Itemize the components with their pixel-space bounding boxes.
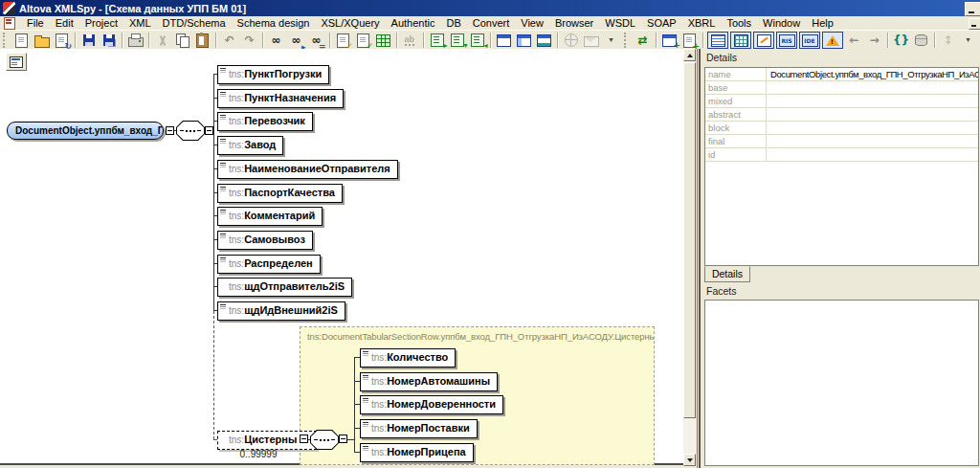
cut-button[interactable] bbox=[152, 32, 172, 49]
save-button[interactable] bbox=[78, 32, 99, 49]
details-field-value[interactable] bbox=[767, 135, 978, 147]
details-field-value[interactable] bbox=[767, 148, 978, 161]
forward-button[interactable]: → bbox=[864, 32, 884, 49]
details-field-value[interactable] bbox=[767, 122, 978, 134]
element-box[interactable]: tns:Завод bbox=[217, 136, 283, 155]
menu-item-soap[interactable]: SOAP bbox=[641, 16, 682, 30]
menu-item-edit[interactable]: Edit bbox=[50, 16, 79, 30]
namespace-button[interactable] bbox=[679, 32, 700, 49]
reload-button[interactable] bbox=[52, 32, 72, 49]
menu-item-schema-design[interactable]: Schema design bbox=[232, 16, 316, 30]
menu-item-view[interactable]: View bbox=[515, 16, 549, 30]
collapse-button[interactable] bbox=[166, 126, 174, 135]
menu-item-authentic[interactable]: Authentic bbox=[386, 16, 441, 30]
paste-button[interactable] bbox=[192, 32, 212, 49]
menu-item-browser[interactable]: Browser bbox=[549, 16, 599, 30]
menu-item-help[interactable]: Help bbox=[806, 16, 839, 30]
display-all-globals-button[interactable] bbox=[447, 32, 467, 49]
details-field-value[interactable]: DocumentObject.уппбм_вход_ГПН_ОтгрузкаНП… bbox=[767, 68, 978, 80]
element-box[interactable]: tns:ПаспортКачества bbox=[217, 184, 343, 203]
element-box[interactable]: tns:НомерПоставки bbox=[360, 419, 478, 438]
scripting-button[interactable]: {} bbox=[891, 32, 911, 49]
grid-view-button[interactable] bbox=[730, 32, 751, 49]
find-in-files-button[interactable]: ∞ bbox=[306, 32, 326, 49]
element-box[interactable]: tns:Количество bbox=[360, 348, 456, 368]
menu-item-xml[interactable]: XML bbox=[123, 16, 157, 30]
pretty-print-button[interactable]: ⇄ bbox=[633, 32, 653, 49]
element-box[interactable]: tns:Распределен bbox=[217, 255, 321, 274]
find-next-button[interactable]: ∞ bbox=[286, 32, 306, 49]
database-query-button[interactable] bbox=[911, 32, 931, 49]
spelling-button[interactable] bbox=[400, 32, 420, 49]
encoding-button[interactable] bbox=[659, 32, 679, 49]
output-window-button[interactable] bbox=[534, 32, 554, 49]
validation-warning-button[interactable] bbox=[822, 32, 843, 49]
validate-button[interactable] bbox=[353, 32, 373, 49]
send-by-mail-button[interactable] bbox=[581, 32, 601, 49]
collapse-button[interactable] bbox=[205, 126, 213, 135]
element-box[interactable]: tns:Самовывоз bbox=[217, 231, 313, 250]
element-box[interactable]: tns:Перевозчик bbox=[217, 112, 313, 131]
element-box[interactable]: tns:ПунктПогрузки bbox=[217, 65, 329, 84]
display-diagram-button[interactable] bbox=[467, 32, 487, 49]
menu-item-window[interactable]: Window bbox=[757, 16, 806, 30]
element-box[interactable]: tns:ПунктНазначения bbox=[217, 89, 344, 108]
menu-item-xbrl[interactable]: XBRL bbox=[682, 16, 722, 30]
info-window-button[interactable] bbox=[514, 32, 534, 49]
menu-item-wsdl[interactable]: WSDL bbox=[599, 16, 641, 30]
sequence-compositor[interactable] bbox=[176, 121, 205, 141]
element-box[interactable]: tns:НомерДоверенности bbox=[360, 395, 503, 414]
open-button[interactable] bbox=[32, 32, 52, 49]
undo-button[interactable]: ↶ bbox=[219, 32, 239, 49]
element-box[interactable]: tns:Комментарий bbox=[217, 207, 323, 226]
details-field-value[interactable] bbox=[767, 81, 978, 94]
menu-item-convert[interactable]: Convert bbox=[467, 16, 516, 30]
mdi-minimize-button[interactable] bbox=[969, 18, 980, 30]
open-url-button[interactable] bbox=[561, 32, 581, 49]
copy-button[interactable] bbox=[172, 32, 192, 49]
element-box[interactable]: tns:щдОтправитель2iS bbox=[217, 278, 352, 297]
sync-button[interactable]: ↕ bbox=[938, 32, 958, 49]
element-box[interactable]: tns:НомерАвтомашины bbox=[360, 372, 498, 391]
menu-item-file[interactable]: File bbox=[21, 16, 50, 30]
element-box[interactable]: tns:щдИдВнешний2iS bbox=[217, 301, 345, 321]
assign-dtd-schema-button[interactable] bbox=[373, 32, 393, 49]
collapse-button[interactable] bbox=[300, 435, 308, 443]
display-all-globals-button[interactable] bbox=[6, 53, 27, 71]
back-button[interactable]: ← bbox=[844, 32, 864, 49]
toolbar-options-button[interactable]: ▾ bbox=[601, 32, 621, 49]
schema-design-settings-button[interactable] bbox=[427, 32, 447, 49]
details-field-value[interactable] bbox=[767, 108, 978, 121]
root-element-box[interactable]: DocumentObject.уппбм_вход_Г... bbox=[7, 122, 164, 140]
menu-item-project[interactable]: Project bbox=[79, 16, 123, 30]
vertical-scrollbar[interactable] bbox=[683, 49, 696, 466]
menu-item-dtd-schema[interactable]: DTD/Schema bbox=[157, 16, 232, 30]
browser-view-button[interactable] bbox=[799, 32, 820, 49]
element-box[interactable]: tns:НаименованиеОтправителя bbox=[217, 160, 398, 179]
scrollbar-thumb[interactable] bbox=[683, 62, 696, 418]
element-box[interactable]: tns:НомерПрицепа bbox=[360, 443, 474, 462]
menu-item-tools[interactable]: Tools bbox=[721, 16, 757, 30]
menu-item-xsl-xquery[interactable]: XSL/XQuery bbox=[315, 16, 385, 30]
scroll-up-button[interactable] bbox=[683, 49, 696, 61]
authentic-view-button[interactable] bbox=[776, 32, 797, 49]
schema-view-button[interactable] bbox=[753, 32, 774, 49]
toolbar-options-2-button[interactable]: ▾ bbox=[958, 32, 978, 49]
project-window-button[interactable] bbox=[494, 32, 514, 49]
find-button[interactable]: ∞ bbox=[266, 32, 286, 49]
collapse-button[interactable] bbox=[339, 435, 347, 443]
redo-button[interactable]: ↷ bbox=[239, 32, 259, 49]
pane-splitter[interactable] bbox=[699, 49, 701, 468]
tab-details[interactable]: Details bbox=[704, 266, 750, 282]
new-document-button[interactable] bbox=[11, 32, 32, 49]
sequence-compositor[interactable] bbox=[310, 430, 339, 450]
minimize-button[interactable] bbox=[965, 2, 980, 16]
scroll-down-button[interactable] bbox=[683, 454, 696, 466]
menu-item-db[interactable]: DB bbox=[440, 16, 466, 30]
pane-splitter[interactable] bbox=[697, 49, 698, 468]
check-well-formed-button[interactable] bbox=[333, 32, 353, 49]
save-all-button[interactable] bbox=[99, 32, 119, 49]
text-view-button[interactable] bbox=[707, 32, 728, 49]
print-button[interactable] bbox=[125, 32, 145, 49]
details-field-value[interactable] bbox=[767, 95, 978, 107]
